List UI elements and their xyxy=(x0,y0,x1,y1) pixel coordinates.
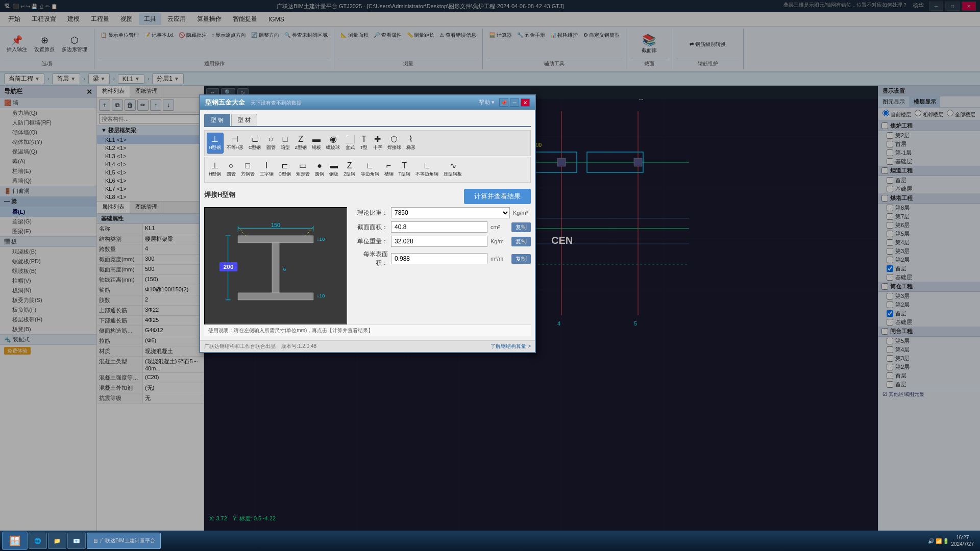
surface-label: 每米表面积： xyxy=(352,250,388,267)
weight-copy-btn[interactable]: 复制 xyxy=(511,237,531,246)
shape2-equal-angle[interactable]: ∟等边角钢 xyxy=(359,159,381,180)
svg-rect-59 xyxy=(238,236,313,243)
shape2-plate[interactable]: ▬钢板 xyxy=(327,159,340,180)
shape-c-steel[interactable]: ⊏ C型钢 xyxy=(247,133,263,154)
h-section-svg: 150 200 6 xyxy=(205,208,346,323)
taskbar-start-btn[interactable]: 🪟 xyxy=(2,532,28,550)
z-steel-icon: Z xyxy=(298,135,303,143)
weld-ball-icon: ⬡ xyxy=(390,135,398,143)
shape-t-steel[interactable]: T T型 xyxy=(358,133,370,154)
shape-weld-ball[interactable]: ⬡ 焊接球 xyxy=(385,133,403,154)
modal-header: 型钢五金大全 天下没有查不到的数据 帮助 ▾ 📌 ─ ✕ xyxy=(200,95,535,110)
svg-text:↓10: ↓10 xyxy=(317,236,325,242)
trapezoid-label: 梯形 xyxy=(406,144,415,151)
weight-unit: Kg/m xyxy=(491,238,508,244)
plate-label: 钢板 xyxy=(312,144,321,151)
box-label: 箱型 xyxy=(281,144,290,151)
shape-box2[interactable]: ⬜ 盒式 xyxy=(343,133,357,154)
taskbar-item-gtj[interactable]: 🖥 广联达BIM土建计量平台 xyxy=(87,533,161,549)
density-select[interactable]: 7850 xyxy=(391,207,510,218)
tab-steel-type[interactable]: 型 钢 xyxy=(204,114,230,126)
shape2-corrugated[interactable]: ∿压型钢板 xyxy=(442,159,464,180)
modal-footer: 广联达钢结构和工作台联合出品 版本号:1.2.0.48 了解钢结构算量 > xyxy=(200,340,535,352)
t-steel-label: T型 xyxy=(360,144,368,151)
shape-round-pipe[interactable]: ○ 圆管 xyxy=(264,133,278,154)
density-unit: Kg/m³ xyxy=(513,210,531,216)
shape-trapezoid[interactable]: ⌇ 梯形 xyxy=(404,133,418,154)
t-steel-icon: T xyxy=(361,135,366,143)
h-steel-label: H型钢 xyxy=(209,144,222,151)
cross-label: 十字 xyxy=(373,144,382,151)
shape2-rect-pipe[interactable]: ▭矩形管 xyxy=(294,159,312,180)
shape2-unequal-angle[interactable]: ∟不等边角钢 xyxy=(413,159,440,180)
cross-icon: ✚ xyxy=(374,135,381,143)
shape-z-steel[interactable]: Z Z型钢 xyxy=(293,133,309,154)
shape-unequal-h[interactable]: ⊣ 不等H形 xyxy=(225,133,246,154)
shape2-channel[interactable]: ⌐槽钢 xyxy=(382,159,396,180)
taskbar-item-mail[interactable]: 📧 xyxy=(67,533,86,549)
shape-box[interactable]: □ 箱型 xyxy=(279,133,292,154)
prop-area-row: 截面面积： cm² 复制 xyxy=(352,221,531,233)
spiral-ball-icon: ◉ xyxy=(330,135,337,143)
weight-input[interactable] xyxy=(391,236,487,247)
shape2-h[interactable]: ⊥H型钢 xyxy=(207,159,224,180)
shape2-z[interactable]: ZZ型钢 xyxy=(341,159,358,180)
prop-weight-row: 单位重量： Kg/m 复制 xyxy=(352,236,531,247)
shape2-t[interactable]: TT型钢 xyxy=(397,159,413,180)
area-label: 截面面积： xyxy=(352,223,388,232)
shape-cross[interactable]: ✚ 十字 xyxy=(371,133,384,154)
box2-icon: ⬜ xyxy=(345,135,355,143)
footer-brand: 广联达钢结构和工作台联合出品 版本号:1.2.0.48 xyxy=(204,343,316,350)
shape2-c[interactable]: ⊏C型钢 xyxy=(277,159,293,180)
modal-minimize-btn[interactable]: ─ xyxy=(510,98,519,107)
c-steel-label: C型钢 xyxy=(249,144,261,151)
footer-link[interactable]: 了解钢结构算量 > xyxy=(491,343,531,350)
weight-label: 单位重量： xyxy=(352,237,388,246)
shape-row-1: ⊥ H型钢 ⊣ 不等H形 ⊏ C型钢 ○ 圆管 □ 箱型 xyxy=(204,130,531,156)
modal-props-area: 理论比重： 7850 Kg/m³ 截面面积： cm² 复制 xyxy=(352,207,531,324)
modal-usage-hint: 使用说明：请在左侧输入所需尺寸(单位mm)，再点击【计算并查看结果】 xyxy=(204,324,531,336)
prop-surface-row: 每米表面积： m²/m 复制 xyxy=(352,250,531,267)
unequal-h-icon: ⊣ xyxy=(231,135,238,143)
shape-row-2: ⊥H型钢 ○圆管 □方钢管 I工字钢 ⊏C型钢 ▭矩形管 ●圆钢 ▬钢板 ZZ型… xyxy=(204,157,531,183)
modal-pin-btn[interactable]: 📌 xyxy=(499,98,508,107)
date-display: 2024/7/27 xyxy=(951,541,974,547)
trapezoid-icon: ⌇ xyxy=(409,135,413,143)
shape2-square[interactable]: □方钢管 xyxy=(239,159,257,180)
svg-text:200: 200 xyxy=(224,263,234,270)
calc-result-btn[interactable]: 计算并查看结果 xyxy=(464,189,531,204)
tab-material-type[interactable]: 型 材 xyxy=(231,114,257,126)
taskbar: 🪟 🌐 📁 📧 🖥 广联达BIM土建计量平台 🔊 📶 🔋 16:27 2024/… xyxy=(0,531,980,551)
surface-input[interactable] xyxy=(391,253,487,264)
area-input[interactable] xyxy=(391,221,487,233)
taskbar-item-ie[interactable]: 🌐 xyxy=(29,533,47,549)
shape2-round-bar[interactable]: ●圆钢 xyxy=(313,159,326,180)
area-copy-btn[interactable]: 复制 xyxy=(511,222,531,232)
time-display: 16:27 xyxy=(956,534,969,541)
tray-time: 16:27 2024/7/27 xyxy=(951,534,974,547)
shape-plate[interactable]: ▬ 钢板 xyxy=(310,133,323,154)
shape2-i[interactable]: I工字钢 xyxy=(258,159,276,180)
modal-close-btn[interactable]: ✕ xyxy=(521,98,530,107)
box2-label: 盒式 xyxy=(346,144,355,151)
z-steel-label: Z型钢 xyxy=(295,144,307,151)
box-icon: □ xyxy=(283,135,288,143)
modal-title: 型钢五金大全 xyxy=(205,98,245,106)
modal-content: 150 200 6 xyxy=(204,207,531,324)
surface-unit: m²/m xyxy=(491,256,508,262)
shape-h-steel[interactable]: ⊥ H型钢 xyxy=(207,133,224,154)
density-label: 理论比重： xyxy=(352,209,388,217)
shape-spiral-ball[interactable]: ◉ 螺旋球 xyxy=(324,133,342,154)
svg-rect-61 xyxy=(238,293,313,300)
modal-body: 型 钢 型 材 ⊥ H型钢 ⊣ 不等H形 ⊏ C型钢 ○ xyxy=(200,110,535,340)
modal-section-title: 焊接H型钢 xyxy=(204,190,235,199)
h-section-drawing: 150 200 6 xyxy=(204,207,347,324)
modal-help-btn[interactable]: 帮助 ▾ xyxy=(479,98,495,107)
shape2-round[interactable]: ○圆管 xyxy=(225,159,238,180)
modal-overlay: 型钢五金大全 天下没有查不到的数据 帮助 ▾ 📌 ─ ✕ 型 钢 型 材 ⊥ H… xyxy=(0,0,980,551)
plate-icon: ▬ xyxy=(312,135,321,143)
round-pipe-label: 圆管 xyxy=(266,144,276,151)
surface-copy-btn[interactable]: 复制 xyxy=(511,254,531,264)
unequal-h-label: 不等H形 xyxy=(227,144,244,151)
taskbar-item-explorer[interactable]: 📁 xyxy=(48,533,66,549)
